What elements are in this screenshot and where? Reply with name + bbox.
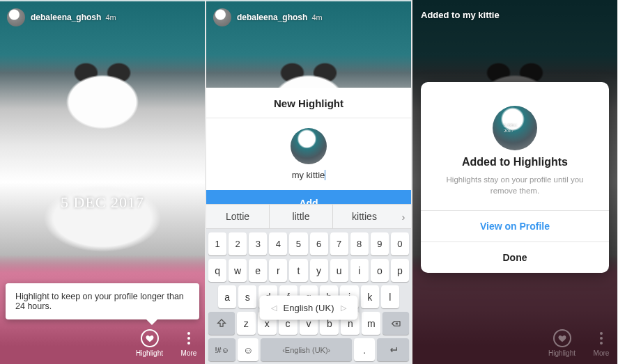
done-button[interactable]: Done: [421, 242, 609, 273]
more-label: More: [594, 349, 610, 357]
keyboard: 1 2 3 4 5 6 7 8 9 0 q w e r t y u i o p …: [206, 229, 411, 364]
key-s[interactable]: s: [238, 285, 256, 308]
more-button[interactable]: More: [180, 329, 198, 357]
confirmation-header: Added to my kittie: [412, 4, 617, 26]
key-i[interactable]: i: [350, 259, 369, 282]
key-9[interactable]: 9: [371, 232, 389, 255]
modal-subtitle: Highlights stay on your profile until yo…: [421, 174, 609, 210]
key-r[interactable]: r: [269, 259, 287, 282]
key-t[interactable]: t: [289, 259, 307, 282]
key-2[interactable]: 2: [229, 232, 247, 255]
key-0[interactable]: 0: [391, 232, 409, 255]
highlight-label: Highlight: [136, 349, 163, 357]
highlight-cover-thumb: 5 DEC 2017: [493, 106, 537, 150]
view-on-profile-button[interactable]: View on Profile: [421, 210, 609, 242]
story-time: 4m: [311, 13, 322, 22]
chevron-left-icon: ◁: [271, 303, 277, 312]
story-actions: Highlight More: [136, 329, 198, 357]
story-time: 4m: [105, 13, 116, 22]
highlight-label: Highlight: [548, 349, 575, 357]
key-3[interactable]: 3: [249, 232, 267, 255]
key-m[interactable]: m: [362, 312, 380, 335]
suggestion-item[interactable]: Lottie: [206, 205, 269, 228]
more-button[interactable]: More: [592, 329, 610, 357]
heart-circle-icon: [553, 329, 571, 347]
highlight-button[interactable]: Highlight: [136, 329, 163, 357]
story-header: debaleena_ghosh 4m: [206, 4, 411, 31]
more-dots-icon: [180, 329, 198, 347]
highlight-name-input[interactable]: my kittie: [206, 170, 411, 180]
added-modal: 5 DEC 2017 Added to Highlights Highlight…: [421, 82, 609, 273]
key-period[interactable]: .: [354, 338, 375, 361]
key-spacebar[interactable]: ‹ English (UK) ›: [261, 338, 352, 361]
key-backspace[interactable]: [383, 312, 409, 335]
keyboard-row-bottom: !#☺ ☺ ‹ English (UK) › .: [208, 338, 409, 361]
key-a[interactable]: a: [218, 285, 236, 308]
added-confirmation-panel: Added to my kittie 5 DEC 2017 Added to H…: [412, 0, 617, 364]
key-l[interactable]: l: [381, 285, 399, 308]
new-highlight-sheet: New Highlight my kittie Add: [206, 88, 411, 216]
date-stamp: 5 DEC 2017: [61, 193, 144, 212]
key-shift[interactable]: [208, 312, 235, 335]
modal-title: Added to Highlights: [421, 156, 609, 174]
key-8[interactable]: 8: [350, 232, 369, 255]
language-label: English (UK): [284, 302, 334, 312]
chevron-right-icon: ▷: [341, 303, 346, 312]
username[interactable]: debaleena_ghosh: [237, 13, 307, 22]
suggestion-more-icon[interactable]: ›: [396, 211, 411, 223]
header-text: Added to my kittie: [421, 10, 500, 20]
key-y[interactable]: y: [310, 259, 328, 282]
key-1[interactable]: 1: [208, 232, 226, 255]
story-header: debaleena_ghosh 4m: [0, 4, 205, 31]
username[interactable]: debaleena_ghosh: [31, 13, 101, 22]
key-z[interactable]: z: [237, 312, 256, 335]
story-actions: Highlight More: [548, 329, 610, 357]
keyboard-row-nums: 1 2 3 4 5 6 7 8 9 0: [208, 232, 409, 255]
avatar[interactable]: [7, 8, 25, 26]
key-w[interactable]: w: [229, 259, 247, 282]
highlight-cover-thumb[interactable]: [291, 128, 327, 164]
highlight-tooltip: Highlight to keep on your profile longer…: [6, 283, 199, 319]
language-popup[interactable]: ◁ English (UK) ▷: [260, 295, 358, 319]
keyboard-suggestions: Lottie little kitties ›: [206, 204, 411, 229]
keyboard-row-1: q w e r t y u i o p: [208, 259, 409, 282]
suggestion-item[interactable]: little: [269, 205, 333, 228]
more-dots-icon: [592, 329, 610, 347]
sheet-title: New Highlight: [206, 88, 411, 118]
key-o[interactable]: o: [371, 259, 389, 282]
key-u[interactable]: u: [330, 259, 348, 282]
key-4[interactable]: 4: [269, 232, 287, 255]
key-emoji[interactable]: ☺: [238, 338, 258, 361]
key-7[interactable]: 7: [330, 232, 348, 255]
heart-circle-icon: [141, 329, 159, 347]
key-6[interactable]: 6: [310, 232, 328, 255]
story-view-panel: debaleena_ghosh 4m 5 DEC 2017 Highlight …: [0, 0, 205, 364]
key-k[interactable]: k: [361, 285, 379, 308]
new-highlight-panel: debaleena_ghosh 4m New Highlight my kitt…: [206, 0, 411, 364]
key-e[interactable]: e: [249, 259, 267, 282]
highlight-button[interactable]: Highlight: [548, 329, 575, 357]
more-label: More: [181, 349, 197, 357]
key-q[interactable]: q: [208, 259, 226, 282]
suggestion-item[interactable]: kitties: [333, 205, 396, 228]
avatar[interactable]: [213, 8, 231, 26]
key-enter[interactable]: [377, 338, 409, 361]
key-p[interactable]: p: [391, 259, 409, 282]
key-symbols[interactable]: !#☺: [208, 338, 235, 361]
key-5[interactable]: 5: [289, 232, 307, 255]
